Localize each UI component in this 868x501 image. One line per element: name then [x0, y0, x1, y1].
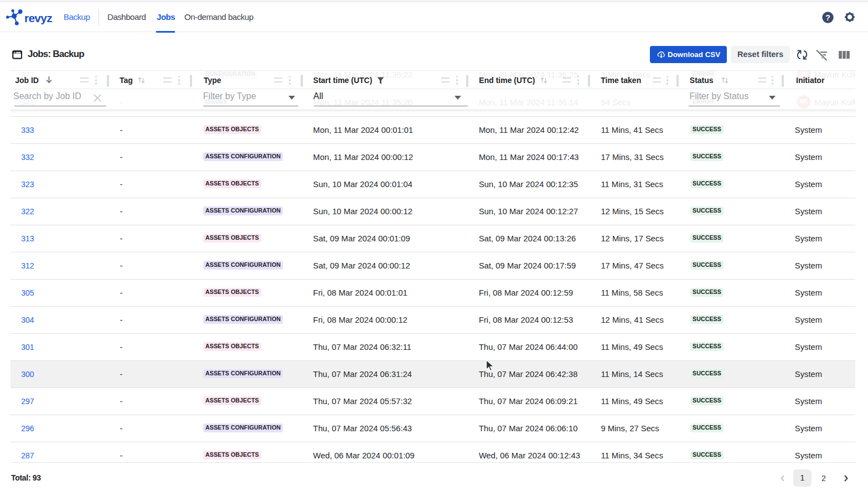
svg-text:?: ? — [825, 13, 830, 22]
